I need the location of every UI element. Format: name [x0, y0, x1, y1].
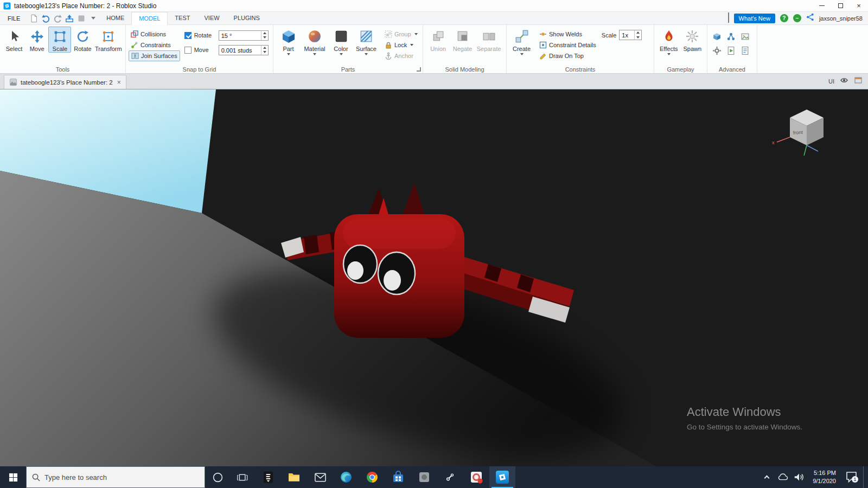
move-snap-checkbox[interactable]: [184, 47, 192, 54]
constraint-scale-spinner[interactable]: [634, 30, 641, 40]
insert-service-button[interactable]: [724, 30, 737, 43]
taskbar-app-epic-games[interactable]: [255, 466, 281, 488]
draw-on-top-toggle[interactable]: Draw On Top: [537, 50, 598, 61]
color-button[interactable]: Color: [329, 27, 353, 55]
spinner-down-icon[interactable]: [635, 35, 641, 40]
move-snap-spinner[interactable]: [261, 46, 268, 55]
share-button[interactable]: [806, 13, 814, 23]
show-welds-toggle[interactable]: Show Welds: [537, 29, 598, 40]
lock-dropdown-caret[interactable]: [410, 44, 413, 46]
group-dropdown-caret[interactable]: [414, 33, 418, 35]
spinner-up-icon[interactable]: [261, 46, 268, 50]
move-snap-input[interactable]: 0.001 studs: [219, 45, 269, 55]
tab-close-icon[interactable]: ×: [116, 79, 121, 86]
script-button[interactable]: [738, 44, 751, 57]
maximize-button[interactable]: [831, 0, 850, 11]
constraint-scale-input[interactable]: 1x: [619, 30, 642, 40]
close-button[interactable]: ×: [850, 0, 868, 11]
taskbar-app-with-notification[interactable]: [463, 466, 489, 488]
surface-button[interactable]: Surface: [353, 27, 379, 55]
spinner-down-icon[interactable]: [261, 35, 268, 40]
undo-button[interactable]: [40, 12, 52, 24]
publish-button[interactable]: [63, 12, 75, 24]
taskbar-app-generic[interactable]: [411, 466, 437, 488]
spinner-up-icon[interactable]: [261, 31, 268, 36]
union-button[interactable]: Union: [426, 27, 450, 52]
group-button[interactable]: Group: [382, 29, 420, 40]
select-tool-button[interactable]: Select: [3, 27, 25, 52]
run-script-button[interactable]: [724, 44, 737, 57]
surface-dropdown-caret[interactable]: [365, 53, 368, 55]
transform-tool-button[interactable]: Transform: [94, 27, 123, 52]
collisions-toggle[interactable]: Collisions: [129, 29, 180, 40]
tab-home[interactable]: HOME: [99, 12, 131, 24]
file-menu-button[interactable]: FILE: [0, 12, 28, 25]
asset-manager-button[interactable]: [738, 30, 751, 43]
tab-test[interactable]: TEST: [168, 12, 197, 24]
move-snap-value[interactable]: 0.001 studs: [219, 46, 261, 55]
constraints-toggle[interactable]: Constraints: [129, 40, 180, 50]
collapse-ribbon-button[interactable]: [728, 14, 729, 23]
show-desktop-button[interactable]: [863, 466, 866, 488]
create-constraint-button[interactable]: Create: [509, 27, 534, 55]
tab-model[interactable]: MODEL: [131, 12, 168, 25]
redo-button[interactable]: [52, 12, 63, 24]
material-button[interactable]: Material: [301, 27, 329, 55]
rotate-snap-input[interactable]: 15 °: [219, 30, 269, 41]
material-dropdown-caret[interactable]: [313, 53, 316, 55]
rotate-snap-spinner[interactable]: [261, 31, 268, 40]
part-dropdown-caret[interactable]: [287, 53, 290, 55]
taskbar-app-microsoft-store[interactable]: [385, 466, 411, 488]
status-minus-button[interactable]: −: [793, 14, 801, 22]
taskbar-app-mail[interactable]: [307, 466, 333, 488]
onedrive-tray-button[interactable]: [776, 466, 790, 488]
collision-groups-button[interactable]: [710, 44, 723, 57]
part-button[interactable]: Part: [276, 27, 301, 55]
constraint-scale-value[interactable]: 1x: [620, 30, 634, 40]
join-surfaces-toggle[interactable]: Join Surfaces: [129, 50, 180, 61]
spinner-down-icon[interactable]: [261, 50, 268, 55]
action-center-button[interactable]: 1: [843, 466, 861, 488]
taskbar-clock[interactable]: 5:16 PM 9/1/2020: [808, 466, 840, 488]
effects-button[interactable]: Effects: [657, 27, 681, 55]
stop-button[interactable]: [75, 12, 87, 24]
separate-button[interactable]: Separate: [475, 27, 503, 52]
whats-new-button[interactable]: What's New: [734, 14, 775, 23]
lock-button[interactable]: Lock: [382, 40, 420, 50]
tab-plugins[interactable]: PLUGINS: [227, 12, 267, 24]
create-dropdown-caret[interactable]: [520, 53, 524, 55]
constraint-details-toggle[interactable]: Constraint Details: [537, 40, 598, 50]
volume-tray-button[interactable]: [792, 466, 806, 488]
save-button[interactable]: [28, 12, 40, 24]
rotate-snap-checkbox[interactable]: [184, 32, 192, 39]
taskbar-app-steam[interactable]: [437, 466, 463, 488]
spawn-button[interactable]: Spawn: [681, 27, 705, 52]
taskbar-search[interactable]: [26, 466, 205, 488]
task-view-button[interactable]: [230, 466, 255, 488]
viewport-3d[interactable]: front x Activate Windows Go to Settings …: [0, 89, 868, 466]
panel-layout-button[interactable]: [854, 76, 863, 87]
taskbar-app-chrome[interactable]: [359, 466, 385, 488]
taskbar-app-file-explorer[interactable]: [281, 466, 307, 488]
cortana-button[interactable]: [205, 466, 230, 488]
tray-expand-button[interactable]: [760, 466, 774, 488]
taskbar-app-roblox-studio[interactable]: [489, 466, 515, 488]
help-button[interactable]: ?: [780, 14, 788, 22]
username-label[interactable]: jaxson_sniper58: [819, 15, 863, 22]
move-tool-button[interactable]: Move: [25, 27, 48, 52]
anchor-button[interactable]: Anchor: [382, 50, 420, 61]
tab-view[interactable]: VIEW: [197, 12, 226, 24]
search-input[interactable]: [44, 473, 186, 481]
scale-tool-button[interactable]: Scale: [48, 27, 71, 53]
rotate-tool-button[interactable]: Rotate: [71, 27, 94, 52]
negate-button[interactable]: Negate: [450, 27, 475, 52]
place-tab[interactable]: tateboogle123's Place Number: 2 ×: [4, 75, 126, 89]
parts-dialog-launcher-icon[interactable]: [417, 67, 421, 72]
ui-visibility-toggle[interactable]: [840, 76, 848, 87]
taskbar-app-edge[interactable]: [333, 466, 359, 488]
rotate-snap-value[interactable]: 15 °: [219, 31, 261, 40]
quick-access-caret[interactable]: [87, 12, 99, 24]
color-dropdown-caret[interactable]: [340, 53, 343, 55]
start-button[interactable]: [0, 466, 26, 488]
insert-model-button[interactable]: [710, 30, 723, 43]
